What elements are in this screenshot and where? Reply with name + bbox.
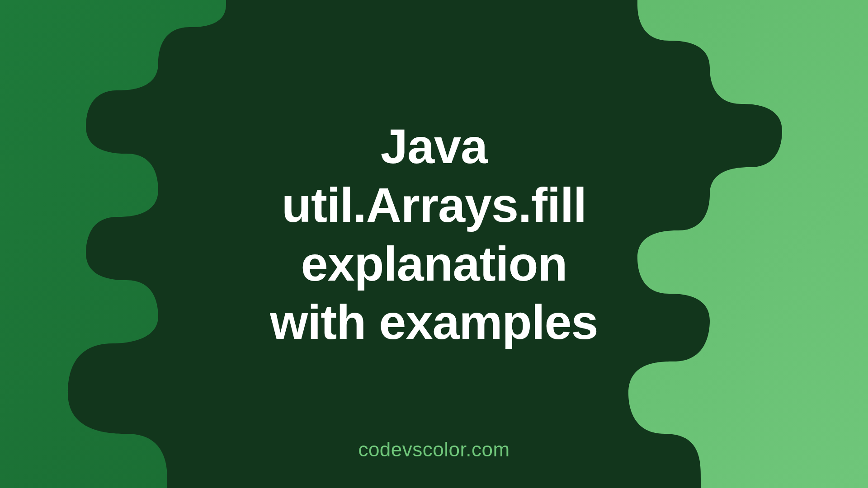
banner-canvas: Java util.Arrays.fill explanation with e… <box>0 0 868 488</box>
banner-title: Java util.Arrays.fill explanation with e… <box>270 117 598 351</box>
title-line-1: Java <box>270 117 598 176</box>
brand-watermark: codevscolor.com <box>358 438 509 461</box>
title-line-2: util.Arrays.fill <box>270 176 598 235</box>
title-line-4: with examples <box>270 293 598 352</box>
title-line-3: explanation <box>270 234 598 293</box>
